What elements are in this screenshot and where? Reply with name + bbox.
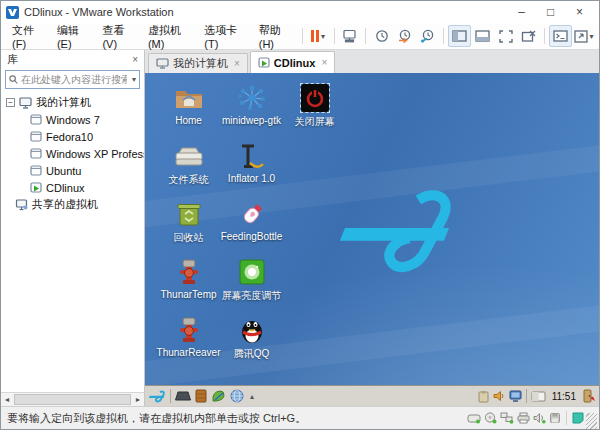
search-icon bbox=[9, 75, 18, 84]
tree-label: Windows 7 bbox=[46, 114, 100, 126]
guest-taskbar[interactable]: ▴ 11:51 bbox=[145, 385, 599, 406]
tree-label: Ubuntu bbox=[46, 165, 81, 177]
workspace-switcher[interactable] bbox=[531, 388, 546, 404]
desktop-icon-feedingbottle[interactable]: FeedingBottle bbox=[220, 199, 283, 257]
desktop-icon-inflator[interactable]: Inflator 1.0 bbox=[220, 141, 283, 199]
brightness-icon bbox=[237, 257, 267, 287]
show-desktop-icon bbox=[175, 391, 191, 402]
qq-penguin-icon bbox=[237, 315, 267, 345]
desktop-icon-home[interactable]: Home bbox=[157, 83, 220, 141]
scrollbar-thumb[interactable] bbox=[14, 394, 131, 405]
floppy-status-icon[interactable] bbox=[549, 412, 561, 424]
sound-status-icon[interactable] bbox=[533, 412, 546, 424]
take-snapshot-button[interactable] bbox=[370, 25, 393, 47]
recycle-bin-icon bbox=[174, 199, 204, 229]
show-thumbnail-bar-toggle[interactable] bbox=[471, 25, 494, 47]
logout-button[interactable] bbox=[582, 388, 596, 404]
volume-tray-icon[interactable] bbox=[493, 388, 505, 404]
clipboard-tray-icon[interactable] bbox=[478, 388, 489, 404]
desktop-icon-close-screen[interactable]: 关闭屏幕 bbox=[283, 83, 346, 141]
tree-item-shared-vms[interactable]: 共享的虚拟机 bbox=[1, 196, 144, 213]
console-icon bbox=[553, 30, 568, 42]
close-button[interactable]: × bbox=[565, 2, 594, 22]
network-status-icon[interactable] bbox=[500, 412, 514, 424]
tab-bar: 我的计算机 × CDlinux × bbox=[145, 50, 599, 73]
menu-file[interactable]: 文件(F) bbox=[5, 23, 50, 50]
vm-icon bbox=[30, 148, 42, 159]
window-title: CDlinux - VMware Workstation bbox=[24, 6, 174, 18]
manage-snapshots-button[interactable] bbox=[416, 25, 439, 47]
revert-snapshot-button[interactable] bbox=[393, 25, 416, 47]
desktop-icon-thunarreaver[interactable]: ThunarReaver bbox=[157, 315, 220, 373]
search-placeholder: 在此处键入内容进行搜索 bbox=[21, 73, 127, 87]
show-desktop-button[interactable] bbox=[175, 388, 191, 404]
scroll-left-icon[interactable]: ◄ bbox=[1, 396, 13, 403]
fullscreen-button[interactable] bbox=[494, 25, 517, 47]
display-tray-icon[interactable] bbox=[509, 388, 522, 404]
library-search-input[interactable]: 在此处键入内容进行搜索 ▾ bbox=[5, 70, 140, 89]
desktop-icon-minidwep[interactable]: minidwep-gtk bbox=[220, 83, 283, 141]
file-manager-button[interactable] bbox=[195, 388, 207, 404]
tab-close-icon[interactable]: × bbox=[234, 58, 240, 69]
unity-icon bbox=[521, 30, 536, 43]
toolbar-separator bbox=[544, 28, 545, 44]
fit-guest-button[interactable]: ▾ bbox=[572, 25, 595, 47]
console-view-toggle[interactable] bbox=[549, 25, 572, 47]
menu-view[interactable]: 查看(V) bbox=[95, 23, 140, 50]
tree-item-cdlinux[interactable]: CDlinux bbox=[1, 179, 144, 196]
library-close-icon[interactable]: × bbox=[132, 54, 138, 65]
tree-item-ubuntu[interactable]: Ubuntu bbox=[1, 162, 144, 179]
desktop-icon-brightness[interactable]: 屏幕亮度调节 bbox=[220, 257, 283, 315]
tree-item-my-computer[interactable]: − 我的计算机 bbox=[1, 94, 144, 111]
chevron-down-icon[interactable]: ▾ bbox=[132, 75, 136, 84]
taskbar-separator bbox=[526, 389, 527, 403]
file-manager-icon bbox=[195, 389, 207, 403]
tree-item-windows7[interactable]: Windows 7 bbox=[1, 111, 144, 128]
chevron-down-icon[interactable]: ▾ bbox=[321, 32, 325, 41]
tab-cdlinux[interactable]: CDlinux × bbox=[250, 51, 335, 73]
menu-edit[interactable]: 编辑(E) bbox=[50, 23, 95, 50]
message-log-icon[interactable] bbox=[572, 412, 584, 424]
hydrant-icon bbox=[174, 315, 204, 345]
ctrl-alt-del-icon bbox=[342, 29, 357, 43]
status-bar: 要将输入定向到该虚拟机，请在虚拟机内部单击或按 Ctrl+G。 bbox=[1, 406, 599, 429]
power-icon bbox=[300, 83, 330, 113]
desktop-icon-qq[interactable]: 腾讯QQ bbox=[220, 315, 283, 373]
taskbar-more-icon[interactable]: ▴ bbox=[250, 392, 254, 401]
tab-my-computer[interactable]: 我的计算机 × bbox=[148, 53, 248, 73]
menu-help[interactable]: 帮助(H) bbox=[252, 23, 298, 50]
icon-label: 文件系统 bbox=[169, 173, 209, 187]
tree-label: CDlinux bbox=[46, 182, 85, 194]
menu-tabs[interactable]: 选项卡(T) bbox=[197, 23, 251, 50]
collapse-icon[interactable]: − bbox=[6, 98, 15, 107]
resize-grip[interactable] bbox=[586, 413, 597, 429]
scroll-right-icon[interactable]: ► bbox=[132, 396, 144, 403]
vm-console[interactable]: Home minidwep-gtk 关闭屏幕 文件系统 bbox=[145, 73, 599, 406]
desktop-icon-thunartemp[interactable]: ThunarTemp bbox=[157, 257, 220, 315]
tree-label: 共享的虚拟机 bbox=[32, 197, 98, 212]
cdlinux-menu-button[interactable] bbox=[148, 388, 166, 404]
unity-mode-button[interactable] bbox=[517, 25, 540, 47]
toolbar-separator bbox=[302, 28, 303, 44]
web-browser-button[interactable] bbox=[230, 388, 244, 404]
guest-clock[interactable]: 11:51 bbox=[550, 391, 578, 402]
printer-status-icon[interactable] bbox=[517, 412, 530, 424]
computer-icon bbox=[156, 58, 169, 69]
desktop-icon-trash[interactable]: 回收站 bbox=[157, 199, 220, 257]
tree-item-windows-xp[interactable]: Windows XP Professional bbox=[1, 145, 144, 162]
cdlinux-desktop[interactable]: Home minidwep-gtk 关闭屏幕 文件系统 bbox=[145, 73, 599, 385]
tree-item-fedora10[interactable]: Fedora10 bbox=[1, 128, 144, 145]
minimize-button[interactable]: – bbox=[507, 2, 536, 22]
show-library-toggle[interactable] bbox=[448, 25, 471, 47]
menu-vm[interactable]: 虚拟机(M) bbox=[141, 23, 197, 50]
cd-rom-status-icon[interactable] bbox=[484, 412, 497, 424]
hard-disk-status-icon[interactable] bbox=[467, 412, 481, 424]
tab-close-icon[interactable]: × bbox=[321, 57, 327, 68]
text-editor-button[interactable] bbox=[211, 388, 226, 404]
desktop-icon-filesystem[interactable]: 文件系统 bbox=[157, 141, 220, 199]
maximize-button[interactable]: □ bbox=[536, 2, 565, 22]
chevron-down-icon[interactable]: ▾ bbox=[590, 32, 594, 41]
send-ctrl-alt-del-button[interactable] bbox=[338, 25, 361, 47]
sidebar-horizontal-scrollbar[interactable]: ◄ ► bbox=[1, 392, 144, 406]
pause-vm-button[interactable]: ▾ bbox=[307, 25, 330, 47]
